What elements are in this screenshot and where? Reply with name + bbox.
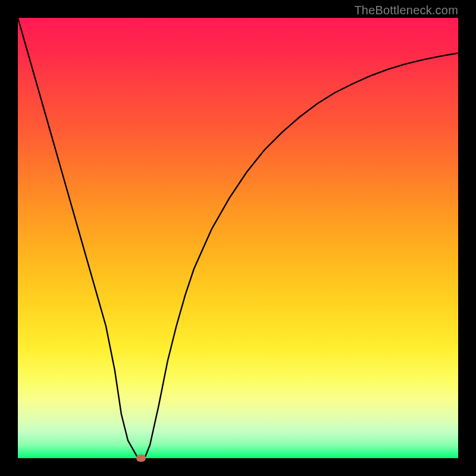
chart-frame: TheBottleneck.com bbox=[0, 0, 476, 476]
bottleneck-curve bbox=[18, 18, 458, 458]
plot-area bbox=[18, 18, 458, 458]
optimal-point-marker bbox=[136, 455, 146, 462]
curve-path bbox=[18, 18, 458, 458]
attribution-text: TheBottleneck.com bbox=[354, 4, 458, 17]
